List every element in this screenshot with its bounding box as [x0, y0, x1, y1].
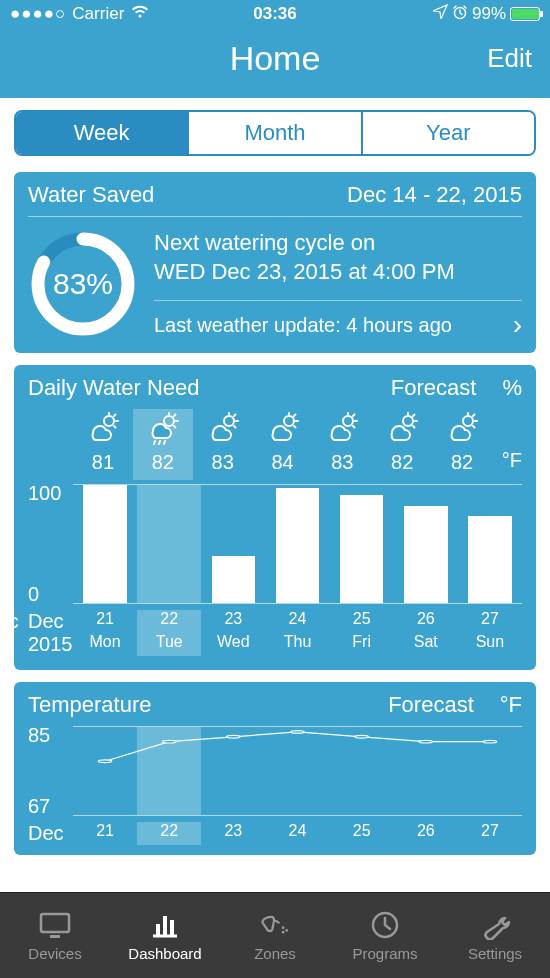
svg-point-24 [282, 931, 285, 934]
temp-line-chart [73, 726, 522, 816]
date-dow: Mon [73, 633, 137, 656]
svg-point-23 [285, 929, 288, 932]
temperature-card: Temperature Forecast °F 85 67 Dec 212223… [14, 682, 536, 855]
temp-date: 24 [265, 822, 329, 845]
forecast-day: 84 [253, 409, 313, 480]
chevron-right-icon: › [513, 311, 522, 339]
forecast-temp: 83 [312, 449, 372, 480]
battery-pct: 99% [472, 4, 506, 24]
weather-icon [312, 409, 372, 449]
temp-month: Dec [28, 822, 73, 845]
settings-icon [477, 909, 513, 941]
status-left: ●●●●○ Carrier [10, 4, 253, 24]
wifi-icon [130, 4, 150, 24]
temp-title: Temperature [28, 692, 388, 718]
forecast-day: 82 [372, 409, 432, 480]
programs-icon [367, 909, 403, 941]
tab-bar: DevicesDashboardZonesProgramsSettings [0, 892, 550, 978]
tab-dashboard[interactable]: Dashboard [110, 893, 220, 978]
svg-rect-21 [170, 920, 174, 936]
date-num: 22 [137, 610, 201, 633]
forecast-temp: 84 [253, 449, 313, 480]
dwn-forecast-label: Forecast [391, 375, 477, 401]
alarm-icon [452, 4, 468, 25]
bar [276, 488, 320, 604]
segment-week[interactable]: Week [16, 112, 187, 154]
date-dow: Sun [458, 633, 522, 656]
temp-date: 27 [458, 822, 522, 845]
svg-point-10 [98, 760, 111, 763]
date-num: 23 [201, 610, 265, 633]
bar [83, 485, 127, 603]
dwn-month2: Dec [28, 610, 73, 633]
signal-dots-icon: ●●●●○ [10, 4, 66, 24]
bar [212, 556, 256, 603]
svg-rect-18 [50, 935, 60, 938]
dwn-bar-chart [73, 484, 522, 604]
dwn-month: Dec [0, 610, 28, 633]
svg-point-7 [343, 416, 353, 426]
bar-col [137, 485, 201, 603]
forecast-temp: 81 [73, 449, 133, 480]
location-icon [433, 4, 448, 24]
svg-point-14 [355, 736, 368, 739]
bar-col [265, 485, 329, 603]
battery-icon [510, 7, 540, 21]
tab-label: Zones [254, 945, 296, 962]
svg-point-6 [284, 416, 294, 426]
svg-point-3 [104, 416, 114, 426]
water-saved-title: Water Saved [28, 182, 154, 208]
status-time: 03:36 [253, 4, 296, 24]
dwn-title: Daily Water Need [28, 375, 391, 401]
svg-point-5 [224, 416, 234, 426]
date-num: 21 [73, 610, 137, 633]
edit-button[interactable]: Edit [487, 43, 532, 73]
tab-devices[interactable]: Devices [0, 893, 110, 978]
weather-icon [133, 409, 193, 449]
date-dow: Thu [265, 633, 329, 656]
tab-label: Programs [352, 945, 417, 962]
svg-point-4 [164, 416, 174, 426]
status-bar: ●●●●○ Carrier 03:36 99% [0, 0, 550, 28]
date-num: 27 [458, 610, 522, 633]
weather-update-row[interactable]: Last weather update: 4 hours ago › [154, 311, 522, 339]
weather-icon [253, 409, 313, 449]
svg-point-16 [483, 741, 496, 744]
next-watering-text: Next watering cycle on WED Dec 23, 2015 … [154, 229, 522, 286]
forecast-day: 81 [73, 409, 133, 480]
dashboard-icon [147, 909, 183, 941]
svg-point-11 [162, 741, 175, 744]
daily-water-need-card: Daily Water Need Forecast % 818283848382… [14, 365, 536, 670]
temp-unit-label: °F [500, 692, 522, 718]
tab-zones[interactable]: Zones [220, 893, 330, 978]
forecast-day: 83 [193, 409, 253, 480]
weather-icon [432, 409, 492, 449]
segment-month[interactable]: Month [187, 112, 360, 154]
dwn-year: 2015 [28, 633, 73, 656]
tab-programs[interactable]: Programs [330, 893, 440, 978]
tab-settings[interactable]: Settings [440, 893, 550, 978]
forecast-temp: 83 [193, 449, 253, 480]
water-saved-card: Water Saved Dec 14 - 22, 2015 83% Next w… [14, 172, 536, 353]
date-dow: Sat [394, 633, 458, 656]
weather-icon [372, 409, 432, 449]
temp-date: 23 [201, 822, 265, 845]
date-num: 25 [330, 610, 394, 633]
zones-icon [257, 909, 293, 941]
segment-year[interactable]: Year [361, 112, 534, 154]
bar-col [73, 485, 137, 603]
temp-date: 21 [73, 822, 137, 845]
forecast-temp: 82 [133, 449, 193, 480]
date-num: 24 [265, 610, 329, 633]
temp-date: 26 [394, 822, 458, 845]
forecast-temp: 82 [372, 449, 432, 480]
temp-date: 22 [137, 822, 201, 845]
date-dow: Fri [330, 633, 394, 656]
dwn-pct-label: % [502, 375, 522, 401]
svg-point-22 [282, 926, 285, 929]
gauge-pct: 83% [28, 229, 138, 339]
svg-rect-20 [163, 916, 167, 936]
date-dow: Wed [201, 633, 265, 656]
carrier-label: Carrier [72, 4, 124, 24]
weather-update-text: Last weather update: 4 hours ago [154, 314, 452, 337]
